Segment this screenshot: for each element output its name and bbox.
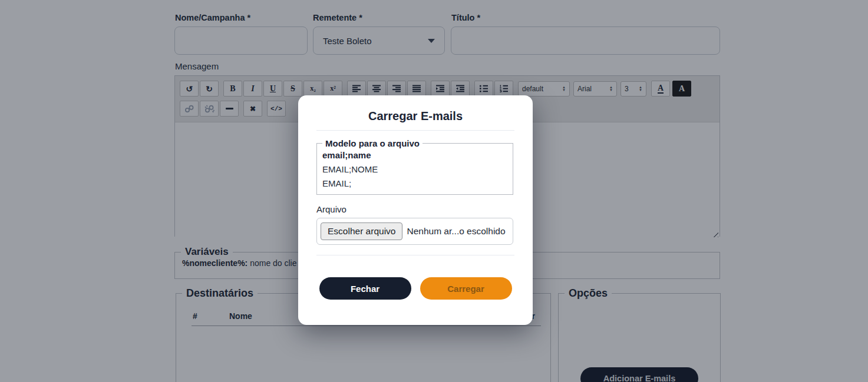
- upload-button[interactable]: Carregar: [420, 277, 512, 300]
- choose-file-button[interactable]: Escolher arquivo: [321, 222, 402, 240]
- email-campaign-page: Nome/Campanha * Remetente * Teste Boleto…: [0, 0, 868, 382]
- divider: [316, 255, 514, 255]
- upload-emails-modal: Carregar E-mails Modelo para o arquivo e…: [298, 95, 533, 325]
- file-template-section: Modelo para o arquivo email;name EMAIL;N…: [316, 138, 513, 195]
- template-line: email;name: [317, 148, 513, 162]
- modal-title: Carregar E-mails: [298, 109, 533, 123]
- file-template-legend: Modelo para o arquivo: [322, 138, 423, 148]
- file-label: Arquivo: [316, 204, 533, 214]
- close-button[interactable]: Fechar: [319, 277, 411, 300]
- divider: [316, 130, 514, 131]
- file-status-text: Nenhum ar...o escolhido: [407, 226, 505, 237]
- template-line: EMAIL;NOME: [317, 162, 513, 177]
- template-line: EMAIL;: [317, 177, 513, 191]
- modal-actions: Fechar Carregar: [298, 277, 533, 300]
- file-input[interactable]: Escolher arquivo Nenhum ar...o escolhido: [316, 218, 513, 245]
